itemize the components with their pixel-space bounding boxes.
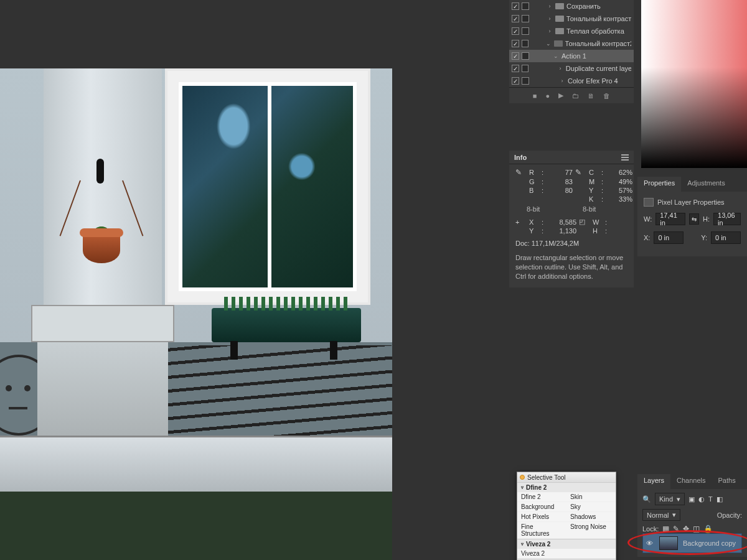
stop-icon[interactable]: ■: [533, 92, 537, 100]
folder-icon: [555, 28, 564, 34]
expand-icon[interactable]: ›: [547, 28, 553, 34]
selective-option[interactable]: Shadows: [566, 512, 616, 522]
info-c: 62%: [608, 169, 632, 176]
info-k: 33%: [608, 195, 632, 203]
action-row[interactable]: ✓›Теплая обработка: [509, 25, 634, 37]
color-picker-swatch[interactable]: [641, 0, 747, 168]
action-row[interactable]: ✓›Сохранить: [509, 0, 634, 12]
action-row[interactable]: ✓⌄Action 1: [509, 50, 634, 62]
properties-panel: Properties Adjustments Pixel Layer Prope…: [637, 177, 747, 256]
action-toggle-checkbox[interactable]: ✓: [512, 27, 519, 35]
selective-section-header[interactable]: ▿Viveza 2: [517, 539, 616, 549]
action-dialog-checkbox[interactable]: [522, 27, 529, 35]
action-toggle-checkbox[interactable]: ✓: [512, 65, 519, 72]
info-title: Info: [514, 154, 527, 161]
action-toggle-checkbox[interactable]: ✓: [512, 52, 519, 60]
action-row[interactable]: ✓⌄Тональный контраст2: [509, 37, 634, 50]
selective-option[interactable]: Dfine 2: [517, 492, 566, 502]
info-r: 77: [548, 169, 573, 176]
expand-icon[interactable]: ⌄: [546, 40, 552, 47]
lock-label: Lock:: [642, 525, 659, 533]
action-toggle-checkbox[interactable]: ✓: [512, 15, 519, 22]
info-b: 80: [548, 187, 573, 194]
lock-all-icon[interactable]: 🔒: [703, 525, 713, 533]
search-icon[interactable]: 🔍: [642, 495, 651, 503]
tab-layers[interactable]: Layers: [637, 474, 670, 489]
layer-filter-icons[interactable]: ▣◐T◧: [688, 495, 723, 503]
selective-tool-window[interactable]: Selective Tool ▿Dfine 2Dfine 2SkinBackgr…: [517, 472, 616, 560]
prop-y-input[interactable]: 0 in: [711, 231, 741, 244]
tab-adjustments[interactable]: Adjustments: [681, 177, 731, 192]
action-label: Сохранить: [566, 2, 601, 10]
info-y: 57%: [608, 187, 632, 194]
pixel-layer-icon: [644, 198, 654, 207]
selective-option[interactable]: Fine Structures: [517, 522, 566, 539]
document-canvas[interactable]: [0, 68, 392, 560]
selective-option[interactable]: Sky: [566, 502, 616, 512]
selective-option[interactable]: Strong Noise: [566, 522, 616, 539]
blend-mode-select[interactable]: Normal▾: [642, 509, 680, 521]
opacity-label: Opacity:: [717, 511, 742, 519]
selective-option: [566, 549, 616, 559]
action-row[interactable]: ✓›Тональный контраст: [509, 12, 634, 25]
link-icon[interactable]: ⇆: [689, 213, 699, 225]
visibility-icon[interactable]: 👁: [644, 539, 654, 547]
layer-row[interactable]: 👁 Background copy: [642, 533, 742, 553]
expand-icon[interactable]: ›: [557, 65, 563, 72]
action-dialog-checkbox[interactable]: [522, 40, 529, 47]
actions-toolbar: ■ ● ▶ 🗀 🗎 🗑: [509, 87, 634, 103]
kind-select[interactable]: Kind▾: [655, 493, 685, 505]
triangle-icon: ▿: [521, 485, 524, 490]
action-label: Тональный контраст2: [565, 40, 631, 47]
play-icon[interactable]: ▶: [558, 91, 563, 100]
delete-icon[interactable]: 🗑: [603, 92, 610, 100]
action-dialog-checkbox[interactable]: [522, 15, 529, 22]
layer-name[interactable]: Background copy: [683, 539, 736, 547]
info-panel: Info ✎R:77 ✎C:62% G:83 M:49% B:80 Y:57% …: [509, 151, 634, 287]
record-icon[interactable]: ●: [546, 92, 550, 100]
action-row[interactable]: ✓›Duplicate current layer: [509, 62, 634, 75]
lock-artboard-icon[interactable]: ◫: [693, 525, 700, 533]
action-label: Теплая обработка: [566, 27, 624, 35]
layer-thumbnail: [659, 536, 678, 550]
new-action-icon[interactable]: 🗎: [588, 92, 594, 100]
prop-height-input[interactable]: 13,06 in: [713, 213, 741, 225]
action-dialog-checkbox[interactable]: [522, 52, 529, 60]
prop-x-input[interactable]: 0 in: [654, 231, 684, 244]
selective-tool-titlebar[interactable]: Selective Tool: [517, 472, 616, 482]
expand-icon[interactable]: ›: [559, 78, 565, 84]
panel-menu-icon[interactable]: [621, 154, 629, 161]
window-control-icon[interactable]: [520, 475, 525, 480]
expand-icon[interactable]: ›: [547, 3, 553, 9]
action-dialog-checkbox[interactable]: [522, 2, 529, 10]
tab-properties[interactable]: Properties: [637, 177, 681, 192]
tab-channels[interactable]: Channels: [670, 474, 712, 489]
prop-width-input[interactable]: 17,41 in: [655, 213, 685, 225]
folder-icon: [554, 40, 562, 47]
selective-section-header[interactable]: ▿Dfine 2: [517, 483, 616, 492]
action-dialog-checkbox[interactable]: [522, 65, 529, 72]
photo-preview: [0, 68, 392, 560]
action-toggle-checkbox[interactable]: ✓: [512, 77, 519, 85]
selective-option[interactable]: Skin: [566, 492, 616, 502]
lock-brush-icon[interactable]: ✎: [673, 525, 679, 533]
selective-section-name: Dfine 2: [526, 484, 547, 491]
triangle-icon: ▿: [521, 541, 524, 547]
selective-option[interactable]: Background: [517, 502, 566, 512]
info-x: 8,585: [548, 218, 576, 226]
action-toggle-checkbox[interactable]: ✓: [512, 40, 519, 47]
action-dialog-checkbox[interactable]: [522, 77, 529, 85]
tab-paths[interactable]: Paths: [712, 474, 742, 489]
action-row[interactable]: ✓›Color Efex Pro 4: [509, 75, 634, 87]
expand-icon[interactable]: ⌄: [553, 53, 559, 59]
lock-pixels-icon[interactable]: ▦: [662, 525, 669, 533]
folder-icon: [555, 16, 564, 22]
expand-icon[interactable]: ›: [547, 16, 553, 22]
info-bit-right: 8-bit: [571, 205, 627, 213]
selective-option[interactable]: Viveza 2: [517, 549, 566, 559]
info-g: 83: [548, 178, 573, 185]
lock-position-icon[interactable]: ✥: [683, 525, 689, 533]
selective-option[interactable]: Hot Pixels: [517, 512, 566, 522]
new-set-icon[interactable]: 🗀: [572, 92, 579, 100]
action-toggle-checkbox[interactable]: ✓: [512, 2, 519, 10]
